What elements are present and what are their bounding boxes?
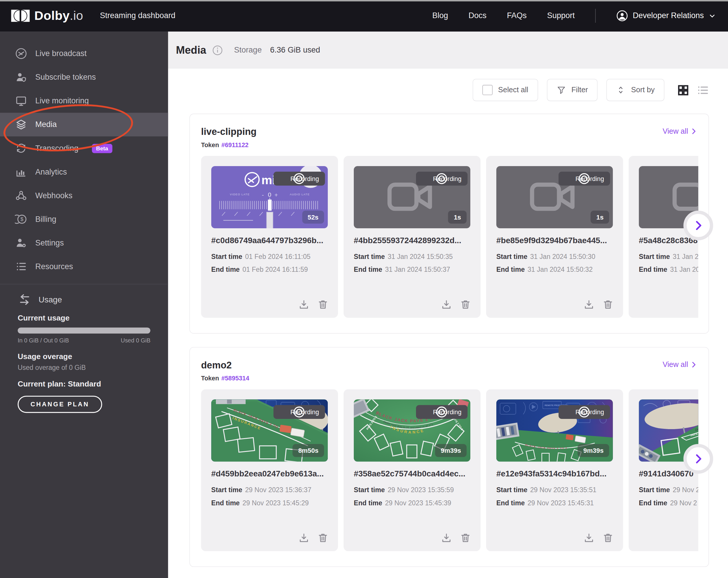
- usage-used: Used 0 GiB: [121, 337, 151, 343]
- start-time-row: Start time31 Jan 2024 15:50:30: [496, 250, 613, 263]
- sidebar-item-subscribe-tokens[interactable]: Subscribe tokens: [0, 65, 168, 89]
- nav-link-support[interactable]: Support: [547, 11, 575, 21]
- current-usage-label: Current usage: [18, 313, 151, 322]
- start-time-row: Start time29 Nov 2023 15:35:51: [496, 484, 613, 497]
- media-card[interactable]: BLACKDealer muPAYS 2 TO#9141d340670Start…: [629, 389, 698, 551]
- user-menu[interactable]: Developer Relations: [616, 10, 716, 22]
- trash-icon[interactable]: [460, 532, 471, 544]
- analytics-icon: [15, 166, 27, 178]
- token-line: Token#5895314: [201, 375, 697, 382]
- recording-id: #4bb25559372442899232d...: [354, 236, 470, 245]
- sidebar-item-live-broadcast[interactable]: Live broadcast: [0, 42, 168, 65]
- token-link[interactable]: #5895314: [222, 375, 249, 382]
- section-title: demo2: [201, 360, 232, 371]
- recording-times: Start time01 Feb 2024 16:11:05End time01…: [211, 250, 328, 276]
- sidebar-item-resources[interactable]: Resources: [0, 255, 168, 278]
- svg-text:+: +: [274, 192, 278, 198]
- end-time-value: 29 Nov 2023 15:45:29: [242, 499, 309, 506]
- cards-row: mil-0+VIDEO LATEAUDIO LATERecording52s#c…: [201, 156, 698, 318]
- cards-row: BLACK JACK PAYS 3 TO 2INSURANCERecording…: [201, 389, 698, 551]
- start-time-row: Start time01 Feb 2024 16:11:05: [211, 250, 328, 263]
- end-time-row: End time29 Nov 2023 15:45:31: [496, 497, 613, 510]
- select-all-button[interactable]: Select all: [473, 79, 538, 101]
- recording-badge: Recording: [274, 405, 325, 419]
- end-time-value: 29 Nov 2023 15:45:39: [385, 499, 451, 506]
- start-time-value: 01 Feb 2024 16:11:05: [245, 253, 311, 260]
- svg-text:VIDEO LATE: VIDEO LATE: [230, 193, 250, 196]
- sidebar-item-label: Billing: [35, 215, 56, 224]
- trash-icon[interactable]: [602, 299, 614, 310]
- token-link[interactable]: #6911122: [222, 142, 249, 148]
- download-icon[interactable]: [298, 299, 310, 310]
- transcoding-icon: [15, 142, 27, 155]
- svg-text:-: -: [262, 192, 264, 198]
- sort-by-button[interactable]: Sort by: [606, 79, 664, 101]
- sidebar-item-live-monitoring[interactable]: Live monitoring: [0, 89, 168, 113]
- trash-icon[interactable]: [602, 532, 614, 544]
- media-card[interactable]: Recording1s#be85e9f9d3294b67bae445...Sta…: [486, 156, 623, 318]
- sidebar-item-analytics[interactable]: Analytics: [0, 160, 168, 184]
- start-time-value: 29 Nov 2: [673, 486, 699, 494]
- sidebar-item-transcoding[interactable]: TranscodingBeta: [0, 136, 168, 160]
- record-icon: [564, 408, 572, 416]
- grid-view-icon[interactable]: [677, 84, 690, 97]
- trash-icon[interactable]: [460, 299, 471, 310]
- recording-times: Start time31 Jan 2024 15:50:30End time31…: [496, 250, 613, 276]
- sidebar-item-billing[interactable]: $Billing: [0, 207, 168, 231]
- download-icon[interactable]: [441, 532, 452, 544]
- filter-funnel-icon: [556, 85, 566, 94]
- media-card[interactable]: mil-0+VIDEO LATEAUDIO LATERecording52s#c…: [201, 156, 338, 318]
- change-plan-button[interactable]: CHANGE PLAN: [18, 396, 102, 413]
- sidebar-item-media[interactable]: Media: [0, 113, 168, 136]
- info-icon[interactable]: [212, 45, 223, 55]
- sidebar-item-label: Subscribe tokens: [35, 73, 96, 82]
- trash-icon[interactable]: [317, 299, 329, 310]
- sidebar-item-label: Media: [35, 120, 57, 129]
- select-all-checkbox[interactable]: [482, 85, 493, 95]
- download-icon[interactable]: [441, 299, 452, 310]
- logo-text: Dolby.io: [34, 8, 83, 23]
- next-cards-button[interactable]: [683, 211, 713, 241]
- nav-link-docs[interactable]: Docs: [469, 11, 487, 21]
- page-title: Media: [176, 44, 206, 56]
- start-time-label: Start time: [354, 253, 385, 260]
- download-icon[interactable]: [583, 532, 595, 544]
- svg-text:0: 0: [268, 191, 271, 198]
- usage-progress-bar: [18, 328, 151, 334]
- view-all-link[interactable]: View all: [662, 360, 697, 369]
- recording-id: #358ae52c75744b0ca4d4ec...: [354, 469, 470, 479]
- download-icon[interactable]: [583, 299, 595, 310]
- section-header: live-clippingView all: [201, 126, 697, 137]
- sidebar: Live broadcastSubscribe tokensLive monit…: [0, 31, 168, 578]
- sidebar-item-settings[interactable]: Settings: [0, 231, 168, 254]
- duration-badge: 8m50s: [293, 444, 324, 457]
- nav-link-faqs[interactable]: FAQs: [507, 11, 527, 21]
- download-icon[interactable]: [298, 532, 310, 544]
- media-card[interactable]: BLACK JACK PAYS 3 TO 2Dealer must draw t…: [343, 389, 480, 551]
- media-card[interactable]: REMOTE PRODUCTIONBLACK JACK PAYS 3 TO 2R…: [486, 389, 623, 551]
- camera-placeholder: Recording1s: [496, 166, 613, 228]
- nav-link-blog[interactable]: Blog: [432, 11, 448, 21]
- dolby-logo[interactable]: Dolby.io: [11, 8, 83, 23]
- trash-icon[interactable]: [317, 532, 329, 544]
- list-view-icon[interactable]: [697, 84, 709, 97]
- svg-text:AUDIO LATE: AUDIO LATE: [290, 193, 310, 196]
- casino-table-top: BLACK JACK PAYS 3 TO 2Dealer must draw t…: [354, 400, 470, 462]
- monitor-icon: [15, 94, 27, 107]
- media-card[interactable]: Recording1s#4bb25559372442899232d...Star…: [343, 156, 480, 318]
- media-card[interactable]: #5a48c28c8368Start time31 Jan 2End time3…: [629, 156, 698, 318]
- filter-button[interactable]: Filter: [547, 79, 598, 101]
- record-icon: [279, 408, 287, 416]
- view-all-link[interactable]: View all: [662, 127, 697, 135]
- end-time-value: 01 Feb 2024 16:11:59: [242, 266, 308, 273]
- sidebar-item-label: Live monitoring: [35, 97, 89, 106]
- recording-badge: Recording: [274, 172, 325, 186]
- media-card[interactable]: BLACK JACK PAYS 3 TO 2INSURANCERecording…: [201, 389, 338, 551]
- end-time-value: 29 Nov 2023 15:45:31: [527, 499, 594, 506]
- sidebar-item-webhooks[interactable]: Webhooks: [0, 184, 168, 207]
- start-time-row: Start time29 Nov 2: [639, 484, 698, 497]
- recording-badge: Recording: [416, 172, 468, 186]
- next-cards-button[interactable]: [683, 444, 713, 474]
- start-time-value: 31 Jan 2: [673, 253, 699, 260]
- end-time-value: 31 Jan 20: [670, 266, 699, 273]
